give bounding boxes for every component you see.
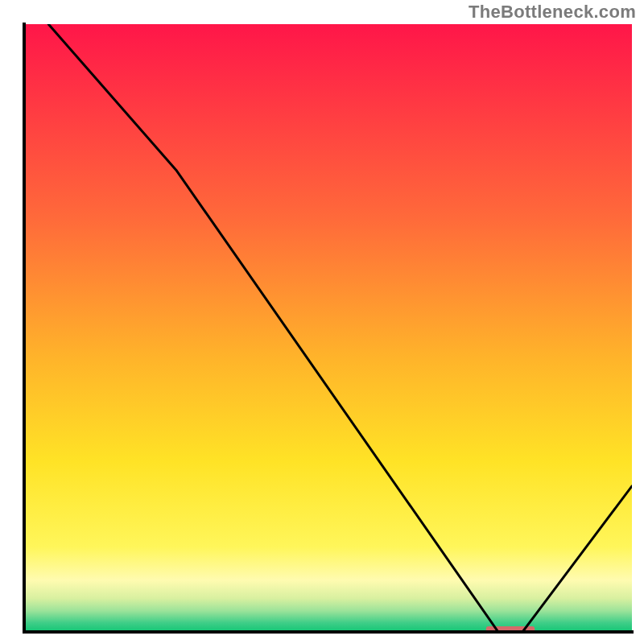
chart-svg (0, 0, 644, 644)
chart-stage: TheBottleneck.com (0, 0, 644, 644)
gradient-background (24, 24, 632, 632)
